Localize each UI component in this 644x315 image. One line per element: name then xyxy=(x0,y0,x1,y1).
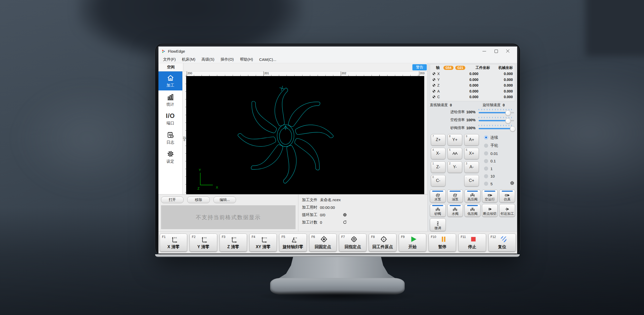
slider-thumb[interactable] xyxy=(505,110,511,116)
jog-mode-continuous[interactable]: 连续 xyxy=(484,135,515,140)
jog-mode-1[interactable]: 1 xyxy=(484,166,515,171)
sidebar-item-statistics[interactable]: 统计 xyxy=(158,90,182,109)
simulation-button[interactable]: 仿真 xyxy=(499,190,515,202)
edit-file-button[interactable]: 编辑... xyxy=(213,197,236,203)
sidebar-item-ports[interactable]: I/O 端口 xyxy=(158,109,182,128)
jog-z-minus-button[interactable]: 1Z- xyxy=(431,161,446,173)
f12-reset-button[interactable]: F12 复位 xyxy=(488,234,516,252)
jog-a-minus-button[interactable]: 3A- xyxy=(464,161,479,173)
oil-pump-button[interactable]: 油泵 xyxy=(447,190,463,202)
axis-datum-icon[interactable] xyxy=(432,78,436,81)
start-play-icon xyxy=(410,235,418,243)
work-origin-target-icon xyxy=(380,235,387,243)
machine-state-tab[interactable]: 空闲 xyxy=(158,63,183,71)
linear-speed-value: 0 xyxy=(450,103,452,107)
sidebar-item-logs[interactable]: 日志 xyxy=(158,128,182,147)
axes-indicator xyxy=(200,173,213,185)
axes-zero-icon: Z=0 xyxy=(231,235,238,243)
z-work-coordinate: 0.000 xyxy=(444,83,478,87)
jog-z-plus-button[interactable]: 7Z+ xyxy=(431,134,446,146)
axis-label-y: Y xyxy=(199,168,201,172)
sand-valve-button[interactable]: 砂阀 xyxy=(430,204,446,217)
menu-help[interactable]: 帮助(H) xyxy=(237,56,256,63)
jog-y-plus-button[interactable]: 8Y+ xyxy=(448,134,462,146)
fine-tune-button[interactable]: 微调 xyxy=(430,218,446,231)
coord-row-y: Y 0.000 0.000 xyxy=(432,77,513,83)
open-file-button[interactable]: 打开 xyxy=(161,197,184,203)
refresh-icon[interactable] xyxy=(343,220,347,225)
slider-thumb[interactable] xyxy=(510,126,515,132)
remove-file-button[interactable]: 移除 xyxy=(187,197,210,203)
jog-handwheel-button[interactable]: 5 xyxy=(448,148,462,159)
high-pressure-valve-button[interactable]: 高压阀 xyxy=(465,190,480,202)
jog-mode-001[interactable]: 0.01 xyxy=(484,151,515,156)
pinwheel-drawing: Y X Z xyxy=(186,76,424,194)
menu-cam[interactable]: CAM(C)... xyxy=(256,57,279,62)
f9-start-button[interactable]: F9 开始 xyxy=(399,234,426,252)
low-pressure-valve-button[interactable]: 低压阀 xyxy=(465,204,480,217)
breakpoint-resume-button[interactable]: 断点续切 xyxy=(482,204,498,217)
f4-xy-zero-button[interactable]: F4 XY=0 XY 清零 xyxy=(249,234,277,252)
menu-file[interactable]: 文件(F) xyxy=(160,56,179,63)
axis-datum-icon[interactable] xyxy=(432,89,436,93)
f10-pause-button[interactable]: F10 暂停 xyxy=(429,234,456,252)
warning-button[interactable]: 警告 xyxy=(412,64,427,70)
g54-badge[interactable]: G54 xyxy=(443,66,453,70)
f3-z-zero-button[interactable]: F3 Z=0 Z 清零 xyxy=(220,234,247,252)
titlebar[interactable]: FlowEdge xyxy=(158,47,517,56)
flowedge-window: FlowEdge 文件(F) 机床(M) 高级(S) 操作(O) 帮助(H) C… xyxy=(158,47,517,254)
jog-a-plus-button[interactable]: 9A+ xyxy=(464,134,479,146)
close-button[interactable] xyxy=(506,49,510,53)
radio-icon xyxy=(484,166,488,171)
g21-badge[interactable]: G21 xyxy=(455,66,465,70)
maximize-button[interactable] xyxy=(494,49,498,53)
axis-datum-icon[interactable] xyxy=(432,84,436,87)
jog-x-minus-button[interactable]: 4X- xyxy=(431,148,446,159)
abrasive-override-slider[interactable] xyxy=(479,125,514,131)
jog-c-plus-button[interactable]: .C+ xyxy=(464,175,479,187)
rapid-override-slider[interactable] xyxy=(479,117,514,123)
jog-mode-01[interactable]: 0.1 xyxy=(484,159,515,163)
jog-settings-gear-icon[interactable] xyxy=(510,181,515,186)
f5-rotary-zero-button[interactable]: F5 =0 旋转轴归零 xyxy=(279,234,307,252)
coord-row-c: C 0.000 0.000 xyxy=(432,94,513,100)
axis-datum-icon[interactable] xyxy=(432,72,436,76)
minimize-button[interactable] xyxy=(482,49,486,53)
menu-operation[interactable]: 操作(O) xyxy=(217,56,237,63)
sand-valve-icon xyxy=(435,207,441,212)
water-pump-icon xyxy=(435,193,441,198)
f7-go-designated-point-button[interactable]: F7 回指定点 xyxy=(339,234,366,252)
f2-y-zero-button[interactable]: F2 Y=0 Y 清零 xyxy=(190,234,217,252)
slider-thumb[interactable] xyxy=(505,118,511,124)
jog-x-plus-button[interactable]: 6X+ xyxy=(464,148,479,159)
water-valve-button[interactable]: 水阀 xyxy=(447,204,463,217)
menu-advanced[interactable]: 高级(S) xyxy=(198,56,217,63)
sidebar-item-machining[interactable]: 加工 xyxy=(158,71,182,90)
f6-go-fixed-point-button[interactable]: F6 回固定点 xyxy=(309,234,337,252)
loop-settings-gear-icon[interactable] xyxy=(343,212,347,217)
jog-mode-10[interactable]: 10 xyxy=(484,174,515,178)
drawing-viewport[interactable]: Y X Z xyxy=(186,76,424,194)
sidebar-item-settings[interactable]: 设定 xyxy=(158,147,182,166)
jog-y-minus-button[interactable]: 2Y- xyxy=(448,161,462,173)
axis-datum-icon[interactable] xyxy=(432,95,436,99)
c-work-coordinate: 0.000 xyxy=(444,95,478,99)
jog-c-minus-button[interactable]: 0C- xyxy=(431,175,446,187)
slider-ticks xyxy=(479,117,514,118)
menu-machine[interactable]: 机床(M) xyxy=(179,56,198,63)
dry-run-button[interactable]: 空运行 xyxy=(482,190,498,202)
water-pump-button[interactable]: 水泵 xyxy=(430,190,446,202)
nearby-machining-button[interactable]: 邻近加工 xyxy=(499,204,515,217)
canvas-scrollbar-track[interactable] xyxy=(424,76,428,194)
f11-stop-button[interactable]: F11 停止 xyxy=(458,234,486,252)
radio-icon xyxy=(484,151,488,155)
x-machine-coordinate: 0.000 xyxy=(478,72,513,76)
jog-mode-handwheel[interactable]: 手轮 xyxy=(484,143,515,148)
c-machine-coordinate: 0.000 xyxy=(478,95,513,99)
radio-icon xyxy=(484,159,488,163)
oil-pump-icon xyxy=(452,193,458,198)
f1-x-zero-button[interactable]: F1 X=0 X 清零 xyxy=(160,234,187,252)
x-work-coordinate: 0.000 xyxy=(444,72,478,76)
f8-go-work-origin-button[interactable]: F8 回工件原点 xyxy=(369,234,396,252)
feed-override-slider[interactable] xyxy=(479,109,514,115)
